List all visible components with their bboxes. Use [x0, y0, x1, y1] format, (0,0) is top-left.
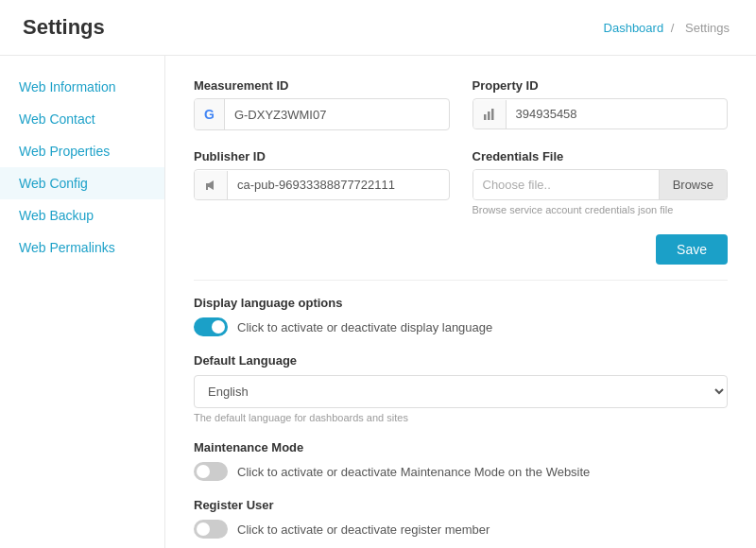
register-user-label: Click to activate or deactivate register…: [237, 522, 490, 537]
credentials-file-input-wrapper: Choose file.. Browse: [472, 169, 729, 200]
breadcrumb-dashboard[interactable]: Dashboard: [604, 21, 664, 35]
page-wrapper: Settings Dashboard / Settings Web Inform…: [0, 0, 756, 548]
register-user-toggle[interactable]: [194, 520, 228, 539]
default-language-title: Default Language: [194, 353, 728, 368]
credentials-file-placeholder: Choose file..: [473, 170, 659, 199]
default-language-select[interactable]: English: [194, 375, 728, 408]
megaphone-icon: [195, 171, 228, 199]
sidebar-item-web-properties[interactable]: Web Properties: [0, 135, 164, 167]
breadcrumb: Dashboard / Settings: [604, 21, 733, 35]
register-user-title: Register User: [194, 498, 728, 512]
toggle-slider: [194, 520, 228, 539]
header: Settings Dashboard / Settings: [0, 0, 756, 56]
page-title: Settings: [23, 15, 105, 40]
sidebar: Web Information Web Contact Web Properti…: [0, 56, 165, 548]
form-row-ids: Measurement ID G Property ID: [194, 78, 728, 130]
maintenance-mode-section: Maintenance Mode Click to activate or de…: [194, 440, 728, 481]
save-row: Save: [194, 234, 728, 265]
chart-icon: [473, 100, 507, 128]
sidebar-item-web-config[interactable]: Web Config: [0, 167, 164, 199]
credentials-file-hint: Browse service account credentials json …: [472, 204, 729, 215]
maintenance-mode-toggle-row: Click to activate or deactivate Maintena…: [194, 462, 728, 481]
maintenance-mode-label: Click to activate or deactivate Maintena…: [237, 465, 590, 479]
register-user-section: Register User Click to activate or deact…: [194, 498, 728, 539]
breadcrumb-current: Settings: [685, 21, 730, 35]
register-user-toggle-row: Click to activate or deactivate register…: [194, 520, 728, 539]
credentials-file-group: Credentials File Choose file.. Browse Br…: [472, 149, 729, 215]
display-language-title: Display language options: [194, 296, 728, 310]
toggle-slider: [194, 462, 228, 481]
save-button[interactable]: Save: [656, 234, 728, 265]
default-language-section: Default Language English The default lan…: [194, 353, 728, 423]
publisher-id-label: Publisher ID: [194, 149, 450, 163]
maintenance-mode-toggle[interactable]: [194, 462, 228, 481]
measurement-id-label: Measurement ID: [194, 78, 450, 93]
credentials-file-label: Credentials File: [472, 149, 729, 163]
browse-button[interactable]: Browse: [659, 170, 727, 199]
sidebar-item-web-information[interactable]: Web Information: [0, 71, 164, 103]
measurement-id-input-wrapper: G: [194, 98, 450, 130]
sidebar-item-web-contact[interactable]: Web Contact: [0, 103, 164, 135]
measurement-id-group: Measurement ID G: [194, 78, 450, 130]
svg-rect-0: [484, 114, 487, 120]
svg-rect-4: [206, 187, 208, 190]
property-id-input-wrapper: [472, 98, 729, 129]
sidebar-item-web-backup[interactable]: Web Backup: [0, 199, 164, 231]
sidebar-item-web-permalinks[interactable]: Web Permalinks: [0, 231, 164, 264]
property-id-input[interactable]: [507, 99, 728, 128]
google-icon: G: [195, 99, 225, 129]
measurement-id-input[interactable]: [225, 100, 449, 129]
breadcrumb-separator: /: [671, 21, 675, 35]
body: Web Information Web Contact Web Properti…: [0, 56, 756, 548]
section-divider: [194, 280, 728, 281]
property-id-label: Property ID: [472, 78, 729, 93]
display-language-label: Click to activate or deactivate display …: [237, 320, 492, 334]
maintenance-mode-title: Maintenance Mode: [194, 440, 728, 454]
main-content: Measurement ID G Property ID: [165, 56, 756, 548]
svg-rect-1: [488, 111, 490, 120]
publisher-id-group: Publisher ID: [194, 149, 450, 215]
display-language-section: Display language options Click to activa…: [194, 296, 728, 336]
default-language-hint: The default language for dashboards and …: [194, 412, 728, 423]
publisher-id-input[interactable]: [228, 170, 449, 199]
property-id-group: Property ID: [472, 78, 729, 130]
toggle-slider: [194, 317, 228, 336]
form-row-publisher: Publisher ID Credentials File: [194, 149, 728, 215]
display-language-toggle-row: Click to activate or deactivate display …: [194, 317, 728, 336]
display-language-toggle[interactable]: [194, 317, 228, 336]
publisher-id-input-wrapper: [194, 169, 450, 200]
svg-rect-2: [491, 109, 494, 120]
